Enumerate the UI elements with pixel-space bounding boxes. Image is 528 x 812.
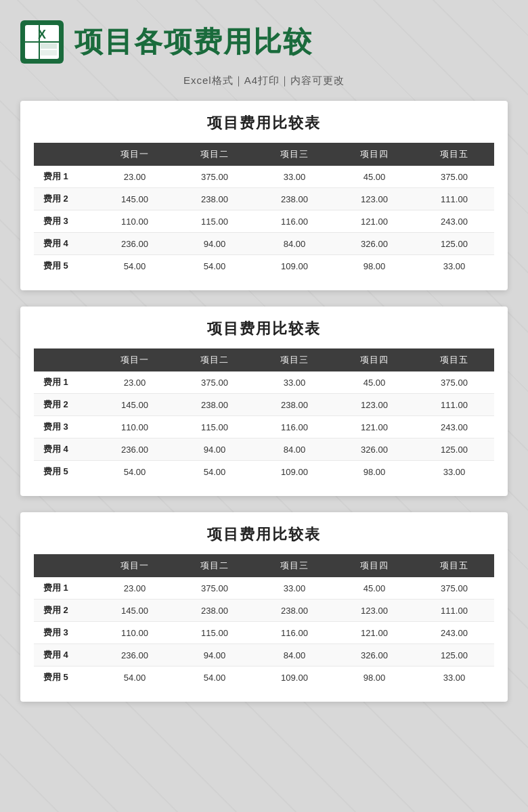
table-row: 费用 4236.0094.0084.00326.00125.00: [34, 438, 494, 461]
cell-3-5: 125.00: [414, 438, 494, 461]
cell-1-5: 111.00: [414, 600, 494, 622]
table-row: 费用 554.0054.00109.0098.0033.00: [34, 461, 494, 483]
cell-1-2: 238.00: [175, 394, 255, 416]
comparison-table-2: 项目一项目二项目三项目四项目五费用 123.00375.0033.0045.00…: [34, 348, 494, 482]
table-row: 费用 3110.00115.00116.00121.00243.00: [34, 622, 494, 644]
cell-3-0: 费用 4: [34, 233, 95, 255]
cell-4-1: 54.00: [95, 255, 175, 277]
cell-3-4: 326.00: [334, 644, 414, 667]
table-row: 费用 2145.00238.00238.00123.00111.00: [34, 188, 494, 210]
col-header-5: 项目五: [414, 554, 494, 577]
svg-text:X: X: [38, 28, 46, 41]
cell-2-0: 费用 3: [34, 210, 95, 233]
cell-3-4: 326.00: [334, 438, 414, 461]
cell-3-1: 236.00: [95, 644, 175, 667]
cell-2-3: 116.00: [255, 622, 334, 644]
cell-0-1: 23.00: [95, 166, 175, 188]
col-header-1: 项目一: [95, 554, 175, 577]
cell-4-5: 33.00: [414, 255, 494, 277]
cell-4-0: 费用 5: [34, 667, 95, 689]
cell-0-4: 45.00: [334, 577, 414, 600]
cell-4-4: 98.00: [334, 461, 414, 483]
page-wrapper: X 项目各项费用比较 Excel格式｜A4打印｜内容可更改 项目费用比较表项目一…: [0, 0, 528, 738]
col-header-2: 项目二: [175, 143, 255, 166]
cell-4-2: 54.00: [175, 255, 255, 277]
cell-4-3: 109.00: [255, 461, 334, 483]
table-row: 费用 123.00375.0033.0045.00375.00: [34, 577, 494, 600]
cell-0-3: 33.00: [255, 577, 334, 600]
page-title: 项目各项费用比较: [74, 23, 313, 61]
col-header-4: 项目四: [334, 143, 414, 166]
cell-4-0: 费用 5: [34, 255, 95, 277]
table-row: 费用 4236.0094.0084.00326.00125.00: [34, 233, 494, 255]
cell-4-3: 109.00: [255, 255, 334, 277]
cell-1-0: 费用 2: [34, 188, 95, 210]
page-header: X 项目各项费用比较: [20, 14, 508, 70]
cell-0-2: 375.00: [175, 371, 255, 394]
col-header-0: [34, 348, 95, 371]
cell-3-5: 125.00: [414, 644, 494, 667]
col-header-0: [34, 554, 95, 577]
cell-1-4: 123.00: [334, 600, 414, 622]
cell-4-2: 54.00: [175, 461, 255, 483]
col-header-1: 项目一: [95, 143, 175, 166]
table-card-1: 项目费用比较表项目一项目二项目三项目四项目五费用 123.00375.0033.…: [20, 101, 508, 290]
col-header-2: 项目二: [175, 554, 255, 577]
cell-0-4: 45.00: [334, 371, 414, 394]
col-header-3: 项目三: [255, 554, 334, 577]
cell-0-0: 费用 1: [34, 577, 95, 600]
cell-2-1: 110.00: [95, 622, 175, 644]
table-row: 费用 123.00375.0033.0045.00375.00: [34, 371, 494, 394]
table-title-2: 项目费用比较表: [34, 319, 494, 339]
col-header-4: 项目四: [334, 348, 414, 371]
cell-2-4: 121.00: [334, 416, 414, 438]
cell-2-1: 110.00: [95, 416, 175, 438]
svg-rect-8: [41, 50, 49, 55]
cell-2-0: 费用 3: [34, 622, 95, 644]
cell-0-2: 375.00: [175, 577, 255, 600]
cell-2-5: 243.00: [414, 416, 494, 438]
cell-1-2: 238.00: [175, 600, 255, 622]
col-header-5: 项目五: [414, 348, 494, 371]
cell-1-3: 238.00: [255, 188, 334, 210]
cell-2-4: 121.00: [334, 210, 414, 233]
cell-2-1: 110.00: [95, 210, 175, 233]
table-row: 费用 4236.0094.0084.00326.00125.00: [34, 644, 494, 667]
cell-0-5: 375.00: [414, 577, 494, 600]
table-row: 费用 2145.00238.00238.00123.00111.00: [34, 394, 494, 416]
cell-0-1: 23.00: [95, 577, 175, 600]
col-header-0: [34, 143, 95, 166]
svg-rect-6: [41, 43, 49, 49]
table-row: 费用 2145.00238.00238.00123.00111.00: [34, 600, 494, 622]
cell-4-5: 33.00: [414, 667, 494, 689]
cell-1-1: 145.00: [95, 394, 175, 416]
cell-1-0: 费用 2: [34, 600, 95, 622]
cell-0-0: 费用 1: [34, 371, 95, 394]
cell-0-2: 375.00: [175, 166, 255, 188]
excel-logo-icon: X: [20, 20, 64, 64]
cell-0-3: 33.00: [255, 371, 334, 394]
table-card-3: 项目费用比较表项目一项目二项目三项目四项目五费用 123.00375.0033.…: [20, 512, 508, 702]
cell-0-1: 23.00: [95, 371, 175, 394]
col-header-4: 项目四: [334, 554, 414, 577]
col-header-5: 项目五: [414, 143, 494, 166]
cell-1-1: 145.00: [95, 188, 175, 210]
table-title-3: 项目费用比较表: [34, 524, 494, 545]
table-row: 费用 554.0054.00109.0098.0033.00: [34, 255, 494, 277]
cell-3-0: 费用 4: [34, 438, 95, 461]
cell-4-0: 费用 5: [34, 461, 95, 483]
cell-1-0: 费用 2: [34, 394, 95, 416]
cell-3-3: 84.00: [255, 438, 334, 461]
cell-2-2: 115.00: [175, 622, 255, 644]
cell-4-1: 54.00: [95, 667, 175, 689]
cell-1-5: 111.00: [414, 188, 494, 210]
cell-3-3: 84.00: [255, 233, 334, 255]
cell-1-5: 111.00: [414, 394, 494, 416]
cell-0-0: 费用 1: [34, 166, 95, 188]
cell-2-4: 121.00: [334, 622, 414, 644]
cell-0-5: 375.00: [414, 371, 494, 394]
cell-2-5: 243.00: [414, 210, 494, 233]
cell-3-2: 94.00: [175, 438, 255, 461]
cell-2-5: 243.00: [414, 622, 494, 644]
cell-0-5: 375.00: [414, 166, 494, 188]
